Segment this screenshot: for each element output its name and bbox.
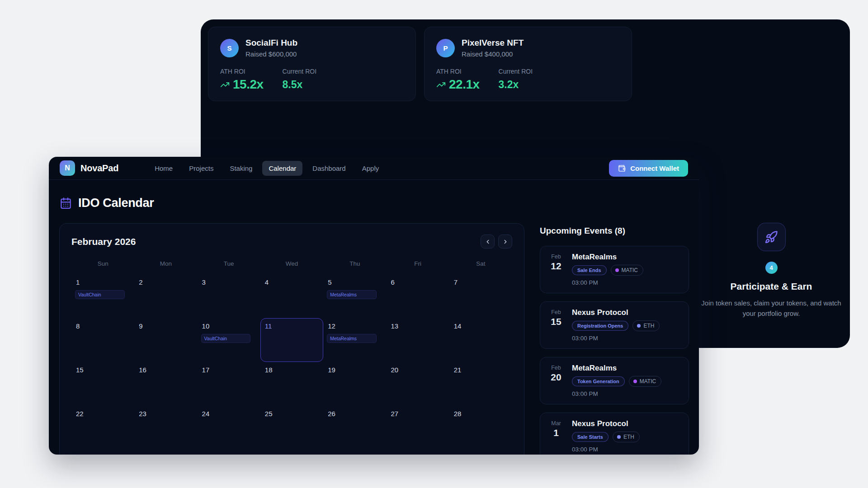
day-cell-3[interactable]: 3	[198, 274, 260, 318]
day-grid: 1VaultChain2345MetaRealms678910VaultChai…	[71, 274, 512, 450]
current-roi-label: Current ROI	[499, 68, 533, 75]
chain-dot	[633, 380, 637, 383]
day-cell-11[interactable]: 11	[260, 318, 323, 362]
day-number: 1	[75, 278, 131, 286]
page-title: IDO Calendar	[78, 196, 154, 210]
current-roi-label: Current ROI	[283, 68, 316, 75]
day-cell-24[interactable]: 24	[198, 406, 260, 450]
day-cell-15[interactable]: 15	[71, 362, 134, 406]
day-cell-16[interactable]: 16	[134, 362, 197, 406]
event-type-badge: Sale Ends	[572, 265, 607, 275]
day-cell-10[interactable]: 10VaultChain	[198, 318, 260, 362]
weekday-label-thu: Thu	[323, 260, 386, 267]
day-cell-20[interactable]: 20	[386, 362, 449, 406]
participate-earn-section: 4 Participate & Earn Join token sales, c…	[694, 223, 848, 319]
page-header: IDO Calendar	[60, 196, 688, 210]
event-time: 03:00 PM	[572, 334, 660, 342]
day-event-chip[interactable]: VaultChain	[201, 334, 251, 343]
day-cell-22[interactable]: 22	[71, 406, 134, 450]
event-month: Mar	[548, 420, 564, 427]
calendar-icon	[60, 197, 72, 209]
next-month-button[interactable]	[498, 235, 512, 249]
day-cell-1[interactable]: 1VaultChain	[71, 274, 134, 318]
day-cell-17[interactable]: 17	[198, 362, 260, 406]
event-chain-badge: MATIC	[629, 376, 661, 387]
event-day: 20	[548, 372, 564, 383]
chain-name: MATIC	[640, 378, 656, 385]
day-number: 24	[201, 410, 257, 418]
day-cell-6[interactable]: 6	[386, 274, 449, 318]
day-number: 7	[453, 278, 509, 286]
day-cell-28[interactable]: 28	[449, 406, 512, 450]
day-cell-12[interactable]: 12MetaRealms	[323, 318, 386, 362]
day-cell-7[interactable]: 7	[449, 274, 512, 318]
connect-wallet-button[interactable]: Connect Wallet	[609, 160, 688, 177]
nav-items: HomeProjectsStakingCalendarDashboardAppl…	[148, 161, 385, 176]
event-date: Feb15	[548, 308, 564, 327]
weekday-label-fri: Fri	[386, 260, 449, 267]
day-number: 18	[264, 366, 320, 374]
nav-item-dashboard[interactable]: Dashboard	[306, 161, 352, 176]
day-cell-9[interactable]: 9	[134, 318, 197, 362]
ath-roi-stat: ATH ROI15.2x	[220, 68, 264, 92]
current-roi-number: 8.5x	[283, 79, 316, 91]
day-event-chip[interactable]: MetaRealms	[327, 290, 377, 299]
chain-name: MATIC	[622, 267, 638, 273]
day-number: 11	[264, 322, 320, 330]
event-name: MetaRealms	[572, 253, 643, 262]
chain-name: ETH	[623, 434, 634, 440]
nav-item-calendar[interactable]: Calendar	[262, 161, 302, 176]
ath-roi-value: 15.2x	[220, 77, 264, 92]
day-cell-2[interactable]: 2	[134, 274, 197, 318]
current-roi-stat: Current ROI8.5x	[283, 68, 316, 92]
event-badges: Token GenerationMATIC	[572, 376, 661, 387]
day-number: 8	[75, 322, 131, 330]
nav-item-apply[interactable]: Apply	[356, 161, 386, 176]
event-name: Nexus Protocol	[572, 419, 640, 428]
event-chain-badge: MATIC	[611, 265, 643, 276]
prev-month-button[interactable]	[481, 235, 495, 249]
weekday-label-mon: Mon	[134, 260, 197, 267]
brand-name: NovaPad	[80, 163, 118, 174]
nav-item-home[interactable]: Home	[148, 161, 179, 176]
ath-roi-stat: ATH ROI22.1x	[436, 68, 480, 92]
day-event-chip[interactable]: VaultChain	[75, 290, 125, 299]
event-card[interactable]: Feb12MetaRealmsSale EndsMATIC03:00 PM	[540, 246, 689, 293]
event-name: MetaRealms	[572, 364, 661, 373]
raised-amount: Raised $400,000	[462, 50, 524, 58]
current-roi-stat: Current ROI3.2x	[499, 68, 533, 92]
day-cell-4[interactable]: 4	[260, 274, 323, 318]
nav-item-staking[interactable]: Staking	[223, 161, 259, 176]
day-event-chip[interactable]: MetaRealms	[327, 334, 377, 343]
content-row: February 2026 SunMonTueWedThuFriSat 1Vau…	[59, 223, 699, 455]
event-card[interactable]: Feb20MetaRealmsToken GenerationMATIC03:0…	[540, 357, 689, 404]
day-cell-13[interactable]: 13	[386, 318, 449, 362]
day-number: 10	[201, 322, 257, 330]
novapad-logo: N	[60, 160, 75, 176]
chevron-left-icon	[485, 239, 491, 245]
day-cell-25[interactable]: 25	[260, 406, 323, 450]
day-cell-27[interactable]: 27	[386, 406, 449, 450]
day-cell-23[interactable]: 23	[134, 406, 197, 450]
event-time: 03:00 PM	[572, 279, 643, 286]
day-cell-14[interactable]: 14	[449, 318, 512, 362]
nav-item-projects[interactable]: Projects	[183, 161, 220, 176]
day-cell-5[interactable]: 5MetaRealms	[323, 274, 386, 318]
day-cell-26[interactable]: 26	[323, 406, 386, 450]
day-number: 15	[75, 366, 131, 374]
event-name: Nexus Protocol	[572, 308, 660, 317]
day-cell-19[interactable]: 19	[323, 362, 386, 406]
event-card[interactable]: Mar1Nexus ProtocolSale StartsETH03:00 PM	[540, 413, 689, 455]
day-number: 20	[390, 366, 445, 374]
day-cell-8[interactable]: 8	[71, 318, 134, 362]
ath-roi-label: ATH ROI	[220, 68, 264, 75]
day-cell-21[interactable]: 21	[449, 362, 512, 406]
event-card[interactable]: Feb15Nexus ProtocolRegistration OpensETH…	[540, 301, 689, 349]
weekday-label-tue: Tue	[198, 260, 260, 267]
navbar: N NovaPad HomeProjectsStakingCalendarDas…	[49, 157, 699, 180]
event-time: 03:00 PM	[572, 390, 661, 398]
day-number: 3	[201, 278, 257, 286]
day-cell-18[interactable]: 18	[260, 362, 323, 406]
roi-card-titles: SocialFi HubRaised $600,000	[245, 38, 297, 58]
app-window: N NovaPad HomeProjectsStakingCalendarDas…	[49, 157, 699, 455]
